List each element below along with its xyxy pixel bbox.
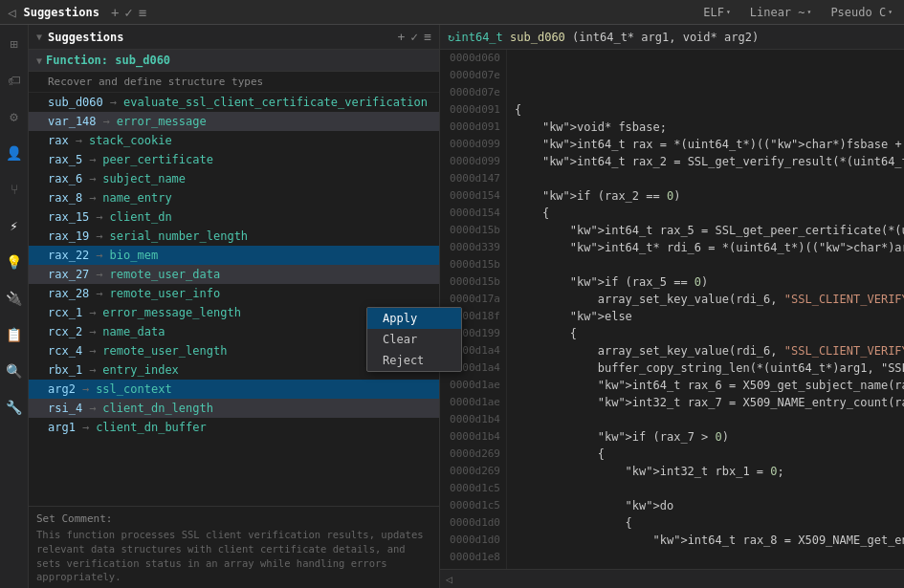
arrow-icon: → [89, 344, 96, 358]
pseudoc-dropdown[interactable]: Pseudo C ▾ [827, 5, 896, 20]
elf-label: ELF [703, 6, 724, 19]
collapse-icon[interactable]: ▼ [36, 32, 42, 42]
suggestions-menu-icon[interactable]: ≡ [424, 30, 431, 44]
sidebar-icon-clipboard[interactable]: 📋 [3, 323, 26, 346]
menu-icon[interactable]: ≡ [139, 5, 146, 20]
code-line: array_set_key_value(rdi_6, "SSL_CLIENT_V… [515, 342, 896, 359]
toolbar-back-icon[interactable]: ◁ [8, 5, 15, 20]
line-number: 0000d154 [446, 205, 500, 222]
arrow-icon: → [89, 191, 96, 205]
line-number: 0000d07e [446, 84, 500, 101]
elf-arrow-icon: ▾ [726, 8, 731, 16]
elf-dropdown[interactable]: ELF ▾ [699, 5, 735, 20]
code-line: array_set_key_value(rdi_6, "SSL_CLIENT_V… [515, 291, 896, 308]
arrow-icon: → [76, 134, 82, 147]
code-refresh-icon[interactable]: ↻ [448, 31, 454, 44]
suggestions-header: ▼ Suggestions + ✓ ≡ [29, 25, 439, 50]
arrow-icon: → [89, 402, 96, 415]
list-item[interactable]: rsi_4 → client_dn_length [29, 399, 439, 418]
sidebar-icon-bulb[interactable]: 💡 [3, 250, 26, 273]
check-icon[interactable]: ✓ [124, 5, 132, 20]
new-name: client_dn_length [102, 402, 213, 415]
function-collapse-icon[interactable]: ▼ [36, 55, 42, 66]
sidebar-icon-settings[interactable]: ⚙ [3, 105, 26, 128]
code-line: "kw">int32_t rbx_1 = 0; [515, 463, 896, 480]
arrow-icon: → [82, 382, 89, 396]
sidebar-icons: ⊞ 🏷 ⚙ 👤 ⑂ ⚡ 💡 🔌 📋 🔍 🔧 [0, 25, 29, 588]
set-comment-text: This function processes SSL client verif… [36, 528, 431, 584]
line-number: 0000d07e [446, 67, 500, 84]
new-name: remote_user_info [110, 287, 221, 300]
toolbar: ◁ Suggestions + ✓ ≡ ELF ▾ Linear ~ ▾ Pse… [0, 0, 904, 25]
list-item[interactable]: rax_8 → name_entry [29, 188, 439, 207]
suggestions-list[interactable]: sub_d060 → evaluate_ssl_client_certifica… [29, 93, 439, 506]
line-number: 0000d099 [446, 153, 500, 170]
code-line [515, 411, 896, 428]
sidebar-icon-user[interactable]: 👤 [3, 142, 26, 164]
suggestions-check-icon[interactable]: ✓ [410, 30, 418, 44]
context-menu-clear[interactable]: Clear [367, 329, 461, 350]
function-header: ▼ Function: sub_d060 [29, 50, 439, 72]
sidebar-icon-tag[interactable]: 🏷 [3, 69, 26, 92]
line-number: 0000d1d0 [446, 532, 500, 549]
function-label: Function: sub_d060 [46, 54, 170, 67]
code-line: { [515, 446, 896, 463]
sidebar-icon-plugin[interactable]: 🔌 [3, 287, 26, 310]
add-icon[interactable]: + [111, 5, 119, 20]
new-name: peer_certificate [102, 153, 213, 166]
var-name: rcx_2 [48, 325, 82, 338]
code-line [515, 256, 896, 273]
line-number: 0000d1b4 [446, 411, 500, 428]
list-item[interactable]: arg2 → ssl_context [29, 380, 439, 399]
sidebar-icon-branch[interactable]: ⑂ [3, 178, 26, 201]
toolbar-title: Suggestions [23, 6, 99, 19]
code-content[interactable]: 0000d0600000d07e0000d07e0000d0910000d091… [440, 50, 904, 569]
var-name: rsi_4 [48, 402, 82, 415]
sidebar-icon-tools[interactable]: 🔧 [3, 396, 26, 419]
list-item[interactable]: rax_5 → peer_certificate [29, 150, 439, 169]
new-name: ssl_context [96, 382, 171, 396]
linear-label: Linear ~ [750, 6, 805, 19]
line-number: 0000d060 [446, 50, 500, 67]
code-line: { [515, 101, 896, 119]
line-number: 0000d091 [446, 101, 500, 119]
list-item[interactable]: rax_28 → remote_user_info [29, 284, 439, 303]
line-number: 0000d269 [446, 463, 500, 480]
suggestions-add-icon[interactable]: + [398, 30, 406, 44]
list-item[interactable]: rax_15 → client_dn [29, 207, 439, 227]
nav-left-icon[interactable]: ◁ [446, 573, 452, 586]
sidebar-icon-layout[interactable]: ⊞ [3, 33, 26, 55]
context-menu-apply[interactable]: Apply [367, 308, 461, 329]
sidebar-icon-search[interactable]: 🔍 [3, 359, 26, 382]
toolbar-left: ◁ Suggestions + ✓ ≡ [8, 5, 146, 20]
code-line: { [515, 514, 896, 532]
list-item[interactable]: rax_6 → subject_name [29, 169, 439, 188]
code-line: "kw">int64_t rax_6 = X509_get_subject_na… [515, 377, 896, 394]
list-item[interactable]: var_148 → error_message [29, 112, 439, 131]
var-name: rcx_1 [48, 306, 82, 319]
code-line: "kw">void* fsbase; [515, 119, 896, 136]
code-header: ↻ int64_t sub_d060 (int64_t* arg1, void*… [440, 25, 904, 50]
context-menu-reject[interactable]: Reject [367, 350, 461, 371]
list-item[interactable]: arg1 → client_dn_buffer [29, 418, 439, 437]
code-line: "kw">int64_t rax_5 = SSL_get_peer_certif… [515, 222, 896, 239]
list-item[interactable]: sub_d060 → evaluate_ssl_client_certifica… [29, 93, 439, 112]
main-area: ⊞ 🏷 ⚙ 👤 ⑂ ⚡ 💡 🔌 📋 🔍 🔧 ▼ Suggestions + ✓ … [0, 25, 904, 588]
code-line: { [515, 205, 896, 222]
arrow-icon: → [96, 229, 102, 243]
var-name: arg2 [48, 382, 76, 396]
sidebar-icon-lightning[interactable]: ⚡ [3, 214, 26, 237]
new-name: remote_user_data [110, 268, 221, 281]
list-item[interactable]: rax_22 → bio_mem [29, 246, 439, 265]
var-name: rax [48, 134, 69, 147]
list-item[interactable]: rax_19 → serial_number_length [29, 227, 439, 246]
var-name: rax_28 [48, 287, 89, 300]
arrow-icon: → [110, 96, 117, 109]
new-name: name_entry [102, 191, 171, 205]
set-comment-section: Set Comment: This function processes SSL… [29, 506, 439, 588]
code-line: "kw">int64_t rax = *(uint64_t*)(("kw">ch… [515, 136, 896, 153]
linear-dropdown[interactable]: Linear ~ ▾ [746, 5, 816, 20]
list-item[interactable]: rax_27 → remote_user_data [29, 265, 439, 284]
list-item[interactable]: rax → stack_cookie [29, 131, 439, 150]
new-name: entry_index [102, 363, 178, 377]
